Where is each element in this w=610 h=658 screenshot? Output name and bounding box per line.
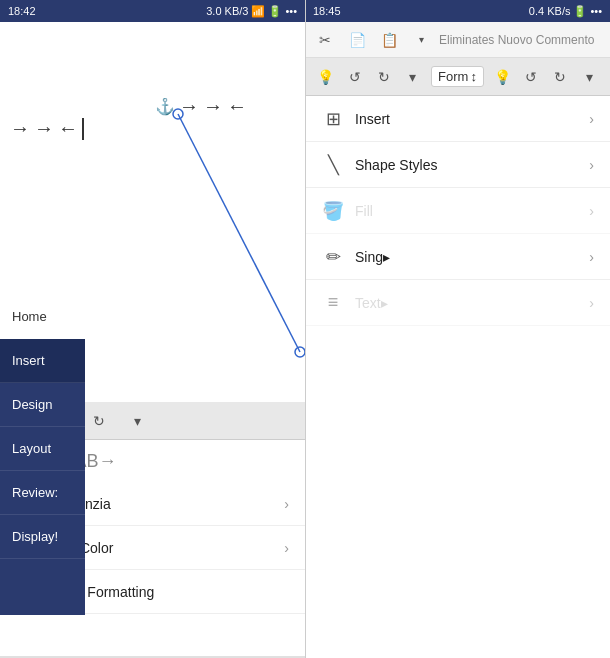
insert-chevron: › xyxy=(589,111,594,127)
shape-styles-text: Shape Styles xyxy=(355,157,438,173)
arrow-right-1: → xyxy=(10,117,30,140)
fill-text: Fill xyxy=(355,203,373,219)
left-data-indicator: 3.0 KB/3 xyxy=(206,5,248,17)
right-status-bar: 18:45 0.4 KB/s 🔋 ••• xyxy=(305,0,610,22)
display-label: Display! xyxy=(12,529,58,544)
right-menu: 💡 ↺ ↻ ▾ Form ↕ 💡 ↺ ↻ ▾ ⊞ Insert › ╲ Shap… xyxy=(305,58,610,658)
fill-chevron: › xyxy=(589,203,594,219)
right-redo2-button[interactable]: ↻ xyxy=(550,62,571,92)
sidebar-item-review[interactable]: Review: xyxy=(0,471,85,515)
sidebar-item-layout[interactable]: Layout xyxy=(0,427,85,471)
comment-dropdown-button[interactable]: ▾ xyxy=(407,26,435,54)
fill-left: 🪣 Fill xyxy=(321,200,373,222)
right-redo-button[interactable]: ↻ xyxy=(373,62,394,92)
review-label: Review: xyxy=(12,485,58,500)
insert-left: ⊞ Insert xyxy=(321,108,390,130)
comment-bar: ✂ 📄 📋 ▾ Eliminates Nuovo Commento xyxy=(305,22,610,58)
more-button[interactable]: ▾ xyxy=(122,406,152,436)
arrow-left-2: ← xyxy=(227,95,247,118)
right-menu-insert[interactable]: ⊞ Insert › xyxy=(305,96,610,142)
shape-styles-left: ╲ Shape Styles xyxy=(321,154,438,176)
sing-left: ✏ Sing▸ xyxy=(321,246,390,268)
fill-icon: 🪣 xyxy=(321,200,345,222)
shape-styles-chevron: › xyxy=(589,157,594,173)
font-color-chevron: › xyxy=(284,540,289,556)
dots-right-icon: ••• xyxy=(590,5,602,17)
dots-icon: ••• xyxy=(285,5,297,17)
sidebar-item-insert[interactable]: Insert xyxy=(0,339,85,383)
arrow-right-4: → xyxy=(203,95,223,118)
right-lightbulb-icon[interactable]: 💡 xyxy=(315,62,336,92)
left-status-icons: 3.0 KB/3 📶 🔋 ••• xyxy=(206,5,297,18)
right-data-indicator: 0.4 KB/s xyxy=(529,5,571,17)
arrow-row-2: ⚓ → → ← xyxy=(155,95,247,118)
cut-button[interactable]: ✂ xyxy=(311,26,339,54)
arrow-right-2: → xyxy=(34,117,54,140)
sing-text: Sing▸ xyxy=(355,249,390,265)
signal-icon: 📶 xyxy=(251,5,265,18)
sidebar: Home Insert Design Layout Review: Displa… xyxy=(0,295,85,615)
copy-button[interactable]: 📄 xyxy=(343,26,371,54)
cursor xyxy=(82,118,84,140)
right-toolbar-strip: 💡 ↺ ↻ ▾ Form ↕ 💡 ↺ ↻ ▾ xyxy=(305,58,610,96)
text-icon: ≡ xyxy=(321,292,345,313)
text-label: Text▸ xyxy=(355,295,388,311)
right-more-button[interactable]: ▾ xyxy=(402,62,423,92)
form-arrow: ↕ xyxy=(470,69,477,84)
insert-label: Insert xyxy=(12,353,45,368)
arrow-right-3: → xyxy=(179,95,199,118)
right-undo-button[interactable]: ↺ xyxy=(344,62,365,92)
paste-button[interactable]: 📋 xyxy=(375,26,403,54)
arrow-row-1: → → ← xyxy=(10,117,84,140)
right-menu-shape-styles[interactable]: ╲ Shape Styles › xyxy=(305,142,610,188)
layout-label: Layout xyxy=(12,441,51,456)
right-more2-button[interactable]: ▾ xyxy=(579,62,600,92)
sing-chevron: › xyxy=(589,249,594,265)
right-menu-fill[interactable]: 🪣 Fill › xyxy=(305,188,610,234)
right-menu-text[interactable]: ≡ Text▸ › xyxy=(305,280,610,326)
right-time: 18:45 xyxy=(313,5,341,17)
left-status-bar: 18:42 3.0 KB/3 📶 🔋 ••• xyxy=(0,0,305,22)
insert-icon: ⊞ xyxy=(321,108,345,130)
text-chevron: › xyxy=(589,295,594,311)
arrow-left-1: ← xyxy=(58,117,78,140)
right-undo2-button[interactable]: ↺ xyxy=(521,62,542,92)
battery-icon: 🔋 xyxy=(573,5,587,18)
comment-input: Eliminates Nuovo Commento xyxy=(439,33,604,47)
form-dropdown[interactable]: Form ↕ xyxy=(431,66,484,87)
text-left: ≡ Text▸ xyxy=(321,292,388,313)
design-label: Design xyxy=(12,397,52,412)
shape-styles-icon: ╲ xyxy=(321,154,345,176)
sidebar-item-home[interactable]: Home xyxy=(0,295,85,339)
sidebar-item-display[interactable]: Display! xyxy=(0,515,85,559)
right-bulb2-icon[interactable]: 💡 xyxy=(492,62,513,92)
evidenzia-chevron: › xyxy=(284,496,289,512)
form-label: Form xyxy=(438,69,468,84)
sidebar-item-design[interactable]: Design xyxy=(0,383,85,427)
redo-button[interactable]: ↻ xyxy=(84,406,114,436)
insert-text: Insert xyxy=(355,111,390,127)
wifi-icon: 🔋 xyxy=(268,5,282,18)
right-menu-sing[interactable]: ✏ Sing▸ › xyxy=(305,234,610,280)
panel-divider xyxy=(305,0,306,658)
home-label: Home xyxy=(12,309,47,324)
right-status-icons: 0.4 KB/s 🔋 ••• xyxy=(529,5,602,18)
left-time: 18:42 xyxy=(8,5,36,17)
anchor-icon: ⚓ xyxy=(155,97,175,116)
sing-icon: ✏ xyxy=(321,246,345,268)
